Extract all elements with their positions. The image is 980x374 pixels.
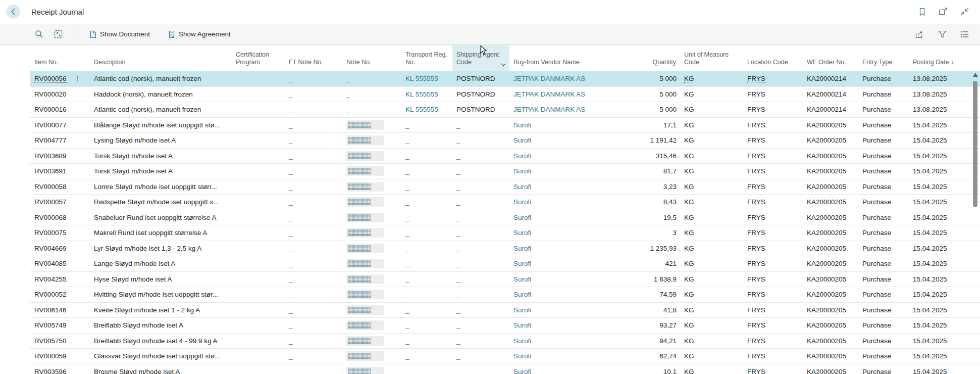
table-row[interactable]: RV003596Brosme Sløyd m/hode iset A___Sur… xyxy=(30,364,980,374)
cell-quantity[interactable]: 1 638,9 xyxy=(626,272,679,287)
cell-cert_program[interactable] xyxy=(232,287,285,302)
cell-note_no[interactable]: _ xyxy=(342,102,401,117)
cell-quantity[interactable]: 421 xyxy=(626,256,679,271)
cell-quantity[interactable]: 17,1 xyxy=(626,118,679,133)
cell-note_no[interactable] xyxy=(342,118,401,133)
cell-location_code[interactable]: FRYS xyxy=(743,118,803,133)
share-icon[interactable] xyxy=(915,30,924,39)
cell-posting_date[interactable]: 13.08.2025 xyxy=(909,71,970,86)
cell-entry_type[interactable]: Purchase xyxy=(858,87,909,102)
cell-wf_order_no[interactable]: KA20000205 xyxy=(803,133,858,148)
cell-posting_date[interactable]: 15.04.2025 xyxy=(909,272,970,287)
cell-transport_reg_no[interactable]: _ xyxy=(401,287,452,302)
cell-description[interactable]: Lyr Sløyd m/hode iset 1,3 - 2,5 kg A xyxy=(90,241,232,256)
cell-transport_reg_no[interactable]: _ xyxy=(401,349,452,364)
cell-note_no[interactable] xyxy=(342,318,401,333)
cell-quantity[interactable]: 62,74 xyxy=(626,349,679,364)
cell-buy_from_vendor_name[interactable]: Surofi xyxy=(509,179,626,195)
cell-quantity[interactable]: 3 xyxy=(626,225,679,241)
cell-shipping_agent_code[interactable]: _ xyxy=(452,179,509,195)
cell-unit_of_measure_code[interactable]: KG xyxy=(679,71,743,86)
cell-wf_order_no[interactable]: KA20000205 xyxy=(803,364,858,374)
cell-posting_date[interactable]: 15.04.2025 xyxy=(909,349,970,364)
table-row[interactable]: RV005750Breiflabb Sløyd m/hode iset 4 - … xyxy=(30,334,980,349)
cell-transport_reg_no[interactable]: KL 555555 xyxy=(401,87,452,102)
cell-entry_type[interactable]: Purchase xyxy=(858,272,909,287)
cell-ft_note_no[interactable]: _ xyxy=(285,241,342,256)
cell-description[interactable]: Makrell Rund iset uoppgitt størrelse A xyxy=(90,225,232,241)
cell-item_no[interactable]: RV000056⋮ xyxy=(30,71,90,86)
cell-posting_date[interactable]: 15.04.2025 xyxy=(909,303,970,318)
cell-location_code[interactable]: FRYS xyxy=(743,287,803,302)
cell-unit_of_measure_code[interactable]: KG xyxy=(679,118,743,133)
cell-note_no[interactable] xyxy=(342,195,401,210)
cell-shipping_agent_code[interactable]: POSTNORD xyxy=(452,102,509,117)
cell-quantity[interactable]: 315,46 xyxy=(626,149,679,164)
table-row[interactable]: RV000077Blålange Sløyd m/hode iset uoppg… xyxy=(30,118,980,133)
cell-location_code[interactable]: FRYS xyxy=(743,303,803,318)
cell-quantity[interactable]: 1 191,42 xyxy=(626,133,679,148)
cell-ft_note_no[interactable]: _ xyxy=(285,118,342,133)
cell-wf_order_no[interactable]: KA20000205 xyxy=(803,195,858,210)
cell-shipping_agent_code[interactable]: _ xyxy=(452,149,509,164)
cell-shipping_agent_code[interactable]: _ xyxy=(452,303,509,318)
table-row[interactable]: RV000052Hvitting Sløyd m/hode iset uoppg… xyxy=(30,287,980,303)
cell-location_code[interactable]: FRYS xyxy=(743,364,803,374)
cell-entry_type[interactable]: Purchase xyxy=(858,349,909,364)
table-row[interactable]: RV003689Torsk Sløyd m/hode iset A___Suro… xyxy=(30,149,980,164)
cell-cert_program[interactable] xyxy=(232,195,285,210)
vertical-scrollbar[interactable] xyxy=(972,71,979,374)
column-header-location_code[interactable]: Location Code xyxy=(743,59,803,71)
cell-note_no[interactable] xyxy=(342,272,401,287)
scrollbar-thumb[interactable] xyxy=(973,81,977,207)
cell-cert_program[interactable] xyxy=(232,225,285,241)
cell-wf_order_no[interactable]: KA20000205 xyxy=(803,225,858,241)
cell-unit_of_measure_code[interactable]: KG xyxy=(679,179,743,195)
table-row[interactable]: RV000075Makrell Rund iset uoppgitt størr… xyxy=(30,225,980,241)
cell-quantity[interactable]: 74,59 xyxy=(626,287,679,302)
cell-ft_note_no[interactable]: _ xyxy=(285,287,342,302)
cell-wf_order_no[interactable]: KA20000205 xyxy=(803,118,858,133)
cell-posting_date[interactable]: 15.04.2025 xyxy=(909,256,970,271)
cell-description[interactable]: Breiflabb Sløyd m/hode iset 4 - 99.9 kg … xyxy=(90,334,232,349)
cell-ft_note_no[interactable]: _ xyxy=(285,71,342,86)
cell-cert_program[interactable] xyxy=(232,71,285,86)
column-header-wf_order_no[interactable]: WF Order No. xyxy=(803,59,858,71)
cell-note_no[interactable] xyxy=(342,241,401,256)
cell-buy_from_vendor_name[interactable]: Surofi xyxy=(509,334,626,349)
cell-posting_date[interactable]: 15.04.2025 xyxy=(909,225,970,241)
table-row[interactable]: RV000068Snabeluer Rund iset uoppgitt stø… xyxy=(30,210,980,226)
cell-item_no[interactable]: RV004085 xyxy=(30,256,90,271)
cell-unit_of_measure_code[interactable]: KG xyxy=(679,272,743,287)
cell-transport_reg_no[interactable]: _ xyxy=(401,303,452,318)
cell-buy_from_vendor_name[interactable]: Surofi xyxy=(509,303,626,318)
cell-note_no[interactable]: _ xyxy=(342,87,401,102)
cell-note_no[interactable]: _ xyxy=(342,71,401,86)
cell-description[interactable]: Hvitting Sløyd m/hode iset uoppgitt stør… xyxy=(90,287,232,302)
cell-note_no[interactable] xyxy=(342,364,401,374)
cell-cert_program[interactable] xyxy=(232,318,285,333)
cell-description[interactable]: Lysing Sløyd m/hode iset A xyxy=(90,133,232,148)
cell-posting_date[interactable]: 15.04.2025 xyxy=(909,318,970,333)
cell-unit_of_measure_code[interactable]: KG xyxy=(679,241,743,256)
cell-buy_from_vendor_name[interactable]: Surofi xyxy=(509,118,626,133)
scroll-up-arrow[interactable] xyxy=(973,73,978,77)
column-header-shipping_agent_code[interactable]: Shipping Agent Code xyxy=(452,45,509,71)
cell-ft_note_no[interactable]: _ xyxy=(285,303,342,318)
cell-buy_from_vendor_name[interactable]: Surofi xyxy=(509,164,626,179)
row-options-menu-icon[interactable]: ⋮ xyxy=(74,75,81,82)
cell-quantity[interactable]: 10,1 xyxy=(626,364,679,374)
table-row[interactable]: RV004085Lange Sløyd m/hode iset A___Suro… xyxy=(30,256,980,272)
cell-cert_program[interactable] xyxy=(232,102,285,117)
bookmark-icon[interactable] xyxy=(917,7,926,16)
cell-buy_from_vendor_name[interactable]: JETPAK DANMARK AS xyxy=(509,87,626,102)
cell-ft_note_no[interactable]: _ xyxy=(285,225,342,241)
cell-item_no[interactable]: RV005749 xyxy=(30,318,90,333)
cell-note_no[interactable] xyxy=(342,225,401,241)
table-row[interactable]: RV000058Lomre Sløyd m/hode iset uoppgitt… xyxy=(30,179,980,195)
cell-cert_program[interactable] xyxy=(232,334,285,349)
cell-wf_order_no[interactable]: KA20000205 xyxy=(803,303,858,318)
cell-transport_reg_no[interactable]: _ xyxy=(401,195,452,210)
cell-buy_from_vendor_name[interactable]: JETPAK DANMARK AS xyxy=(509,102,626,117)
cell-transport_reg_no[interactable]: _ xyxy=(401,364,452,374)
